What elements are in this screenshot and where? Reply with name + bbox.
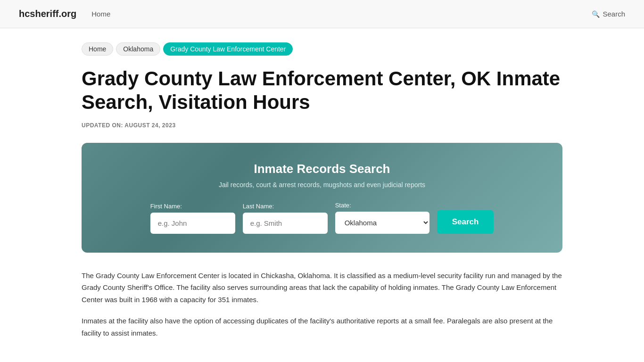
- first-name-input[interactable]: [150, 213, 235, 234]
- navbar-left: hcsheriff.org Home: [19, 8, 110, 19]
- inmate-search-box: Inmate Records Search Jail records, cour…: [82, 143, 562, 253]
- breadcrumb-oklahoma[interactable]: Oklahoma: [116, 42, 160, 56]
- updated-on: UPDATED ON: AUGUST 24, 2023: [82, 122, 562, 129]
- updated-prefix: UPDATED ON:: [82, 122, 123, 129]
- site-logo[interactable]: hcsheriff.org: [19, 8, 76, 19]
- updated-date: AUGUST 24, 2023: [124, 122, 175, 129]
- last-name-label: Last Name:: [243, 203, 328, 210]
- last-name-input[interactable]: [243, 213, 328, 234]
- nav-home-link[interactable]: Home: [91, 10, 110, 18]
- state-label: State:: [335, 202, 429, 209]
- first-name-group: First Name:: [150, 203, 235, 234]
- state-group: State: Oklahoma Texas Kansas: [335, 202, 429, 234]
- body-paragraph-2: Inmates at the facility also have the op…: [82, 315, 562, 339]
- body-paragraph-1: The Grady County Law Enforcement Center …: [82, 270, 562, 306]
- navbar-search-label[interactable]: Search: [603, 10, 625, 18]
- last-name-group: Last Name:: [243, 203, 328, 234]
- state-select[interactable]: Oklahoma Texas Kansas: [335, 212, 429, 234]
- search-box-subtitle: Jail records, court & arrest records, mu…: [110, 181, 534, 189]
- breadcrumb-home[interactable]: Home: [82, 42, 113, 56]
- main-content: Home Oklahoma Grady County Law Enforceme…: [63, 28, 581, 362]
- page-title: Grady County Law Enforcement Center, OK …: [82, 67, 562, 115]
- navbar: hcsheriff.org Home 🔍 Search: [0, 0, 644, 28]
- search-icon: 🔍: [592, 10, 600, 18]
- search-box-title: Inmate Records Search: [110, 162, 534, 176]
- breadcrumb: Home Oklahoma Grady County Law Enforceme…: [82, 42, 562, 56]
- navbar-search[interactable]: 🔍 Search: [592, 10, 625, 18]
- search-button[interactable]: Search: [437, 210, 494, 234]
- search-form: First Name: Last Name: State: Oklahoma T…: [110, 202, 534, 234]
- first-name-label: First Name:: [150, 203, 235, 210]
- breadcrumb-current[interactable]: Grady County Law Enforcement Center: [163, 42, 293, 56]
